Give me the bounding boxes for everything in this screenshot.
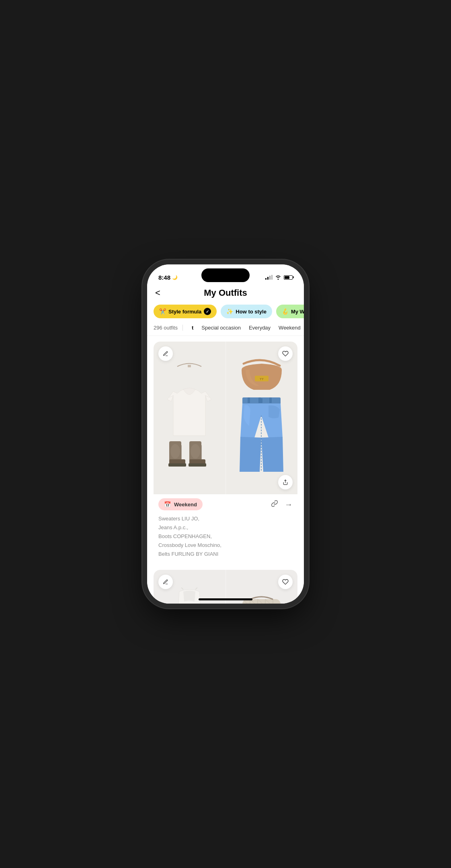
status-time: 8:48 [158,274,170,281]
dynamic-island [201,268,250,282]
svg-rect-5 [168,463,186,467]
svg-rect-10 [189,463,206,467]
arrow-button[interactable]: → [285,500,293,509]
sweater-item [163,375,215,441]
svg-rect-18 [269,397,272,403]
quilted-bag-svg: 🐦 [238,591,285,604]
how-to-style-pill[interactable]: ✨ How to style [221,305,272,318]
outfit-card-1: TT [154,342,297,564]
bag-item: TT [236,354,288,399]
quilted-bag-item: 🐦 [238,591,285,604]
share-button-1[interactable] [278,475,293,489]
svg-line-23 [181,588,183,590]
favorite-button-1[interactable] [278,346,293,361]
edit-button-1[interactable] [158,346,173,361]
svg-rect-16 [248,397,250,403]
tab-special-occasion[interactable]: Special occasion [197,323,245,332]
svg-rect-0 [188,365,191,367]
outfit-description-1: Sweaters LIU JO, Jeans A.p.c., Boots COP… [158,514,293,559]
my-wardrobe-pill[interactable]: 🪝 My W [276,305,304,318]
svg-point-11 [191,444,200,459]
jeans-svg [236,397,287,472]
outfit-actions: → [271,500,293,509]
category-tabs: 296 outfits t Special occasion Everyday … [147,323,304,336]
style-formula-pill[interactable]: ✂️ Style formula ✓ [154,305,217,318]
bag-svg: TT [236,354,288,398]
svg-rect-19 [259,398,262,403]
back-button[interactable]: < [155,288,160,298]
tshirt-icon: ✨ [226,308,233,315]
home-indicator [199,598,252,600]
weekend-tag[interactable]: 📅 Weekend [158,498,203,510]
status-icons [265,275,293,280]
favorite-button-2[interactable] [278,575,293,589]
main-content: < My Outfits ✂️ Style formula ✓ ✨ How to… [147,285,304,604]
sweater-svg [163,375,215,440]
tab-t[interactable]: t [188,323,197,332]
hanger-icon: 🪝 [282,308,289,315]
battery-icon [284,275,293,280]
headband-svg [173,358,205,371]
filter-pills-row: ✂️ Style formula ✓ ✨ How to style 🪝 My W [147,303,304,323]
calendar-icon: 📅 [164,501,171,508]
scissors-icon: ✂️ [159,308,166,315]
headband-item [173,358,205,372]
link-button[interactable] [271,500,278,509]
page-header: < My Outfits [147,285,304,303]
boots-svg [167,437,211,473]
structured-top-item [171,588,207,604]
wifi-icon [275,275,281,280]
style-formula-label: Style formula [168,309,201,315]
moon-icon: 🌙 [172,275,178,280]
structured-top-svg [171,588,207,604]
outfit-image-1: TT [154,342,297,494]
jeans-item [236,397,287,489]
outfit-info-1: 📅 Weekend → [154,494,297,564]
check-badge: ✓ [204,308,211,315]
edit-button-2[interactable] [158,575,173,589]
svg-text:TT: TT [260,377,264,381]
my-wardrobe-label: My W [291,309,304,315]
tab-weekend[interactable]: Weekend [275,323,304,332]
boots-item [167,437,211,475]
svg-point-6 [170,444,180,459]
outfit-count: 296 outfits [154,325,183,331]
tab-everyday[interactable]: Everyday [245,323,275,332]
page-title: My Outfits [204,288,247,298]
tag-label: Weekend [174,502,197,508]
signal-icon [265,275,273,280]
svg-line-24 [195,588,197,590]
how-to-style-label: How to style [236,309,266,315]
